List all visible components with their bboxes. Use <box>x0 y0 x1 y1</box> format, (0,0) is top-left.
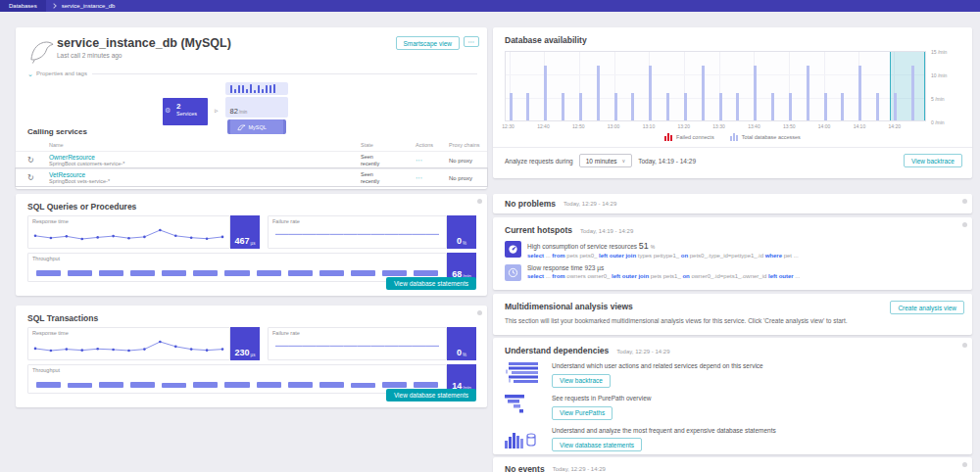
state-cell: Seen recently <box>361 171 390 185</box>
response-time-panel[interactable]: Response time <box>27 215 230 249</box>
hotspot-item[interactable]: High consumption of service resources 51… <box>505 241 960 259</box>
table-row[interactable]: ↻OwnerResourceSpringBoot customers-servi… <box>16 151 487 168</box>
info-icon[interactable] <box>962 199 967 204</box>
service-link[interactable]: OwnerResource <box>49 154 361 161</box>
throughput-panel[interactable]: Throughput <box>27 364 447 394</box>
analyze-duration-select[interactable]: 10 minutes ∨ <box>579 154 632 167</box>
actions-menu-button[interactable]: ⋯ <box>416 174 449 182</box>
metric-label: Failure rate <box>272 330 442 336</box>
dependency-item: Understand and analyze the most frequent… <box>505 427 960 454</box>
chart-bar <box>288 270 313 276</box>
throughput-unit: /min <box>239 110 248 115</box>
view-backtrace-button[interactable]: View backtrace <box>904 154 962 167</box>
chart-bar <box>911 66 914 120</box>
service-flow-infographic: ⚙ 2 Services ▹ 82/min Throughput MySQL <box>163 82 288 134</box>
chart-bar <box>894 93 897 120</box>
legend-item: Failed connects <box>664 133 714 141</box>
y-axis-labels: 15 /min10 /min5 /min0 /min <box>931 51 960 121</box>
info-icon[interactable] <box>962 222 967 227</box>
chart-bar <box>876 93 879 120</box>
chart-bar <box>754 66 757 120</box>
view-backtrace-button[interactable]: View backtrace <box>552 374 611 388</box>
chart-bar <box>649 66 652 120</box>
no-events-card: No events Today, 12:29 - 14:29 <box>493 457 972 472</box>
analyze-label: Analyze requests during <box>505 158 573 165</box>
service-link[interactable]: VetResource <box>49 171 361 178</box>
info-icon[interactable] <box>477 310 482 315</box>
proxy-cell: No proxy <box>449 158 475 164</box>
hotspot-value: 51 <box>639 241 649 251</box>
view-purepaths-button[interactable]: View PurePaths <box>552 406 612 420</box>
hotspot-item[interactable]: Slow response time 923 µs select ... fro… <box>505 264 960 281</box>
response-time-panel[interactable]: Response time <box>27 327 230 360</box>
chart-bar <box>68 270 92 276</box>
chevron-down-icon: ⌄ <box>27 72 33 75</box>
throughput-bars <box>32 376 442 388</box>
availability-chart[interactable] <box>505 51 926 121</box>
chart-bar <box>414 382 438 388</box>
failure-rate-value-tile: 0 % <box>447 215 476 249</box>
chart-bar <box>684 93 687 120</box>
multidimensional-card: Multidimensional analysis views Create a… <box>493 294 972 335</box>
chart-bar <box>130 270 155 276</box>
throughput-panel[interactable]: Throughput <box>27 253 447 282</box>
more-options-button[interactable]: ⋯ <box>464 36 480 47</box>
legend-item: Total database accesses <box>730 133 801 141</box>
chart-bar <box>36 270 61 276</box>
response-time-sparkline <box>32 337 225 354</box>
database-tile[interactable]: MySQL <box>227 119 286 134</box>
dependency-text: Understand which user actions and relate… <box>552 362 763 369</box>
actions-menu-button[interactable]: ⋯ <box>416 157 449 165</box>
col-proxy: Proxy chains <box>449 142 480 148</box>
services-count: 2 <box>176 102 208 111</box>
table-row[interactable]: ↻VetResourceSpringBoot vets-service-*See… <box>16 168 487 186</box>
chart-bar <box>719 93 722 120</box>
chart-bar <box>288 382 313 388</box>
divider <box>92 73 477 74</box>
service-stack: 82/min Throughput MySQL <box>225 82 288 134</box>
sql-transactions-card: SQL Transactions Response time 230 µs Fa… <box>16 306 487 407</box>
chart-bar <box>257 270 281 276</box>
chart-bar <box>579 93 582 120</box>
failure-rate-panel[interactable]: Failure rate <box>268 327 447 360</box>
info-icon[interactable] <box>962 462 967 467</box>
response-time-sparkline <box>32 225 225 242</box>
services-label: Services <box>176 111 208 117</box>
failure-rate-panel[interactable]: Failure rate <box>268 215 447 249</box>
chart-bar <box>193 382 218 388</box>
chart-bar <box>382 382 407 388</box>
chart-bar <box>99 270 123 276</box>
create-analysis-view-button[interactable]: Create analysis view <box>890 301 964 314</box>
no-problems-title: No problems <box>505 199 556 209</box>
understand-dependencies-card: Understand dependencies Today, 12:29 - 1… <box>493 338 972 454</box>
chart-bar <box>351 270 375 276</box>
service-icon: ↻ <box>27 157 49 165</box>
smartscape-view-button[interactable]: Smartscape view <box>396 36 461 50</box>
chart-bar <box>824 93 827 120</box>
dependencies-range: Today, 12:29 - 14:29 <box>616 349 669 354</box>
dependency-item: Understand which user actions and relate… <box>505 362 960 388</box>
response-time-value-tile: 230 µs <box>230 327 260 360</box>
state-cell: Seen recently <box>361 154 390 167</box>
view-database-statements-button[interactable]: View database statements <box>386 277 476 290</box>
database-availability-card: Database availability 15 /min10 /min5 /m… <box>493 27 972 178</box>
chart-legend: Failed connectsTotal database accesses <box>493 133 972 141</box>
calling-services-tile[interactable]: ⚙ 2 Services <box>163 98 208 125</box>
breadcrumb-service[interactable]: service_instance_db <box>62 0 116 12</box>
no-problems-range: Today, 12:29 - 14:29 <box>564 201 616 207</box>
calling-services-rows: ↻OwnerResourceSpringBoot customers-servi… <box>16 151 487 186</box>
throughput-tile[interactable]: 82/min Throughput <box>225 97 288 118</box>
table-header: Name State Actions Proxy chains <box>16 139 487 151</box>
view-database-statements-button[interactable]: View database statements <box>386 389 476 401</box>
chart-bar <box>841 93 844 120</box>
info-icon[interactable] <box>477 199 482 204</box>
throughput-bars <box>32 264 442 276</box>
chart-bar <box>351 383 375 389</box>
view-database-statements-button[interactable]: View database statements <box>552 438 642 451</box>
service-detail: SpringBoot customers-service-* <box>49 161 361 166</box>
breadcrumb-databases[interactable]: Databases <box>0 0 46 12</box>
properties-toggle[interactable]: Properties and tags <box>36 71 87 76</box>
analyze-range: Today, 14:19 - 14:29 <box>638 158 696 165</box>
info-icon[interactable] <box>962 343 967 348</box>
col-actions: Actions <box>416 142 449 148</box>
